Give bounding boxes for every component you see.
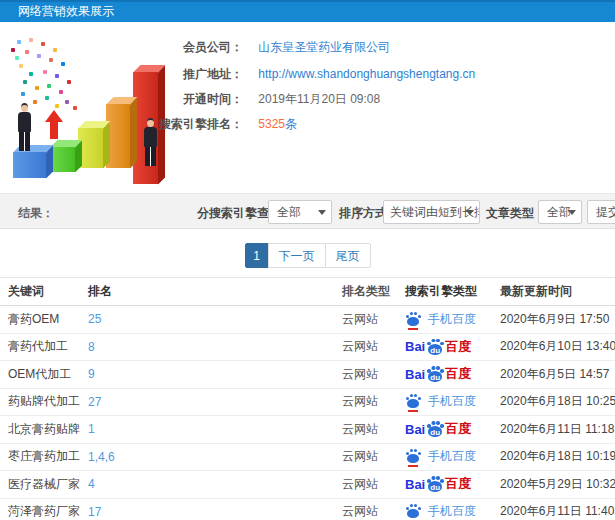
updated-cell: 2020年6月11日 11:18 <box>500 416 614 443</box>
sort-label: 排序方式 <box>339 205 387 222</box>
baidu-paw-icon <box>405 312 422 327</box>
rank-type-cell: 云网站 <box>342 389 378 416</box>
baidu-logo-bai: Bai <box>405 422 425 437</box>
last-page-button[interactable]: 尾页 <box>325 243 371 268</box>
table-row: 膏药OEM 25 云网站 手机百度 Baidu百度 2020年6月9日 17:5… <box>0 306 615 334</box>
mobile-baidu-badge: 手机百度 <box>405 448 476 465</box>
engine-cell: 手机百度 Baidu百度 <box>405 389 476 416</box>
updated-cell: 2020年6月9日 17:50 <box>500 306 609 333</box>
rank-type-cell: 云网站 <box>342 334 378 361</box>
rank-link[interactable]: 1 <box>88 416 95 443</box>
keyword-cell: 膏药OEM <box>8 306 59 333</box>
baidu-logo-baidu: 百度 <box>445 365 471 383</box>
baidu-paw-icon <box>405 394 422 409</box>
rank-type-cell: 云网站 <box>342 416 378 443</box>
mobile-baidu-badge: 手机百度 <box>405 393 476 410</box>
info-row-rank-count: 搜索引擎排名： 5325条 <box>0 116 615 132</box>
article-type-label: 文章类型 <box>486 205 534 222</box>
engine-view-selected: 全部 <box>277 205 301 219</box>
engine-cell: 手机百度 Baidu百度 <box>405 306 476 333</box>
table-row: 枣庄膏药加工 1,4,6 云网站 手机百度 Baidu百度 2020年6月18日… <box>0 444 615 472</box>
keyword-cell: 北京膏药贴牌 <box>8 416 80 443</box>
rank-count-label: 搜索引擎排名： <box>0 116 243 132</box>
filter-bar: 结果： 分搜索引擎查看 全部 排序方式 关键词由短到长排序 文章类型 全部 提交 <box>0 193 615 229</box>
baidu-logo-baidu: 百度 <box>445 420 471 438</box>
keyword-cell: 医疗器械厂家 <box>8 471 80 498</box>
table-row: 菏泽膏药厂家 17 云网站 手机百度 Baidu百度 2020年6月11日 11… <box>0 499 615 520</box>
mobile-baidu-label: 手机百度 <box>428 393 476 410</box>
rank-type-cell: 云网站 <box>342 361 378 388</box>
promo-url-link[interactable]: http://www.shandonghuangshengtang.cn <box>258 67 475 81</box>
engine-view-select[interactable]: 全部 <box>268 200 332 224</box>
mobile-baidu-badge: 手机百度 <box>405 311 476 328</box>
baidu-logo: Baidu百度 <box>405 420 471 438</box>
company-link[interactable]: 山东皇圣堂药业有限公司 <box>258 40 390 54</box>
info-row-url: 推广地址： http://www.shandonghuangshengtang.… <box>0 66 615 82</box>
company-label: 会员公司： <box>0 39 243 55</box>
table-row: 北京膏药贴牌 1 云网站 手机百度 Baidu百度 2020年6月11日 11:… <box>0 416 615 444</box>
rank-link[interactable]: 4 <box>88 471 95 498</box>
pagination: 1 下一页 尾页 <box>245 243 371 268</box>
header-keyword: 关键词 <box>8 278 44 305</box>
bar-green <box>50 147 75 172</box>
sort-select[interactable]: 关键词由短到长排序 <box>383 200 480 224</box>
baidu-paw-icon <box>405 449 422 464</box>
titlebar: 网络营销效果展示 <box>0 0 615 22</box>
keyword-cell: OEM代加工 <box>8 361 71 388</box>
rank-link[interactable]: 17 <box>88 499 101 520</box>
table-row: 药贴牌代加工 27 云网站 手机百度 Baidu百度 2020年6月18日 10… <box>0 389 615 417</box>
baidu-paw-icon: du <box>426 339 444 355</box>
updated-cell: 2020年6月11日 11:40 <box>500 499 614 520</box>
open-time-value: 2019年11月20日 09:08 <box>258 92 380 106</box>
chevron-down-icon <box>318 210 326 215</box>
rank-link[interactable]: 8 <box>88 334 95 361</box>
updated-cell: 2020年6月10日 13:40 <box>500 334 615 361</box>
baidu-logo: Baidu百度 <box>405 365 471 383</box>
baidu-logo-bai: Bai <box>405 477 425 492</box>
rank-count-unit[interactable]: 条 <box>285 117 297 131</box>
header-engine-type: 搜索引擎类型 <box>405 278 477 305</box>
keyword-cell: 枣庄膏药加工 <box>8 444 80 471</box>
table-body: 膏药OEM 25 云网站 手机百度 Baidu百度 2020年6月9日 17:5… <box>0 306 615 520</box>
baidu-logo-bai: Bai <box>405 339 425 354</box>
rank-type-cell: 云网站 <box>342 306 378 333</box>
engine-cell: 手机百度 Baidu百度 <box>405 444 476 471</box>
mobile-baidu-label: 手机百度 <box>428 448 476 465</box>
rank-link[interactable]: 1,4,6 <box>88 444 115 471</box>
updated-cell: 2020年6月18日 10:19 <box>500 444 615 471</box>
article-type-select[interactable]: 全部 <box>538 200 582 224</box>
baidu-logo: Baidu百度 <box>405 338 471 356</box>
mobile-baidu-label: 手机百度 <box>428 311 476 328</box>
baidu-logo-bai: Bai <box>405 367 425 382</box>
rank-count-number: 5325 <box>258 117 285 131</box>
mobile-baidu-badge: 手机百度 <box>405 503 476 520</box>
promo-url-label: 推广地址： <box>0 66 243 82</box>
info-row-company: 会员公司： 山东皇圣堂药业有限公司 <box>0 39 615 55</box>
engine-cell: 手机百度 Baidu百度 <box>405 361 471 388</box>
baidu-paw-icon: du <box>426 366 444 382</box>
rank-link[interactable]: 27 <box>88 389 101 416</box>
keyword-cell: 药贴牌代加工 <box>8 389 80 416</box>
table-row: 膏药代加工 8 云网站 手机百度 Baidu百度 2020年6月10日 13:4… <box>0 334 615 362</box>
rank-link[interactable]: 25 <box>88 306 101 333</box>
engine-cell: 手机百度 Baidu百度 <box>405 416 471 443</box>
keyword-cell: 膏药代加工 <box>8 334 68 361</box>
engine-cell: 手机百度 Baidu百度 <box>405 499 476 520</box>
updated-cell: 2020年6月5日 14:57 <box>500 361 609 388</box>
baidu-paw-icon: du <box>426 421 444 437</box>
table-row: OEM代加工 9 云网站 手机百度 Baidu百度 2020年6月5日 14:5… <box>0 361 615 389</box>
keyword-cell: 菏泽膏药厂家 <box>8 499 80 520</box>
updated-cell: 2020年6月18日 10:25 <box>500 389 615 416</box>
ranking-table: 关键词 排名 排名类型 搜索引擎类型 最新更新时间 膏药OEM 25 云网站 手… <box>0 277 615 520</box>
next-page-button[interactable]: 下一页 <box>268 243 326 268</box>
rank-link[interactable]: 9 <box>88 361 95 388</box>
chevron-down-icon <box>568 210 576 215</box>
page-1-button[interactable]: 1 <box>245 243 269 268</box>
bar-blue <box>13 152 46 178</box>
baidu-paw-icon: du <box>426 476 444 492</box>
rank-type-cell: 云网站 <box>342 499 378 520</box>
rank-type-cell: 云网站 <box>342 471 378 498</box>
submit-button[interactable]: 提交 <box>587 200 615 224</box>
baidu-paw-icon <box>405 504 422 519</box>
engine-cell: 手机百度 Baidu百度 <box>405 334 471 361</box>
